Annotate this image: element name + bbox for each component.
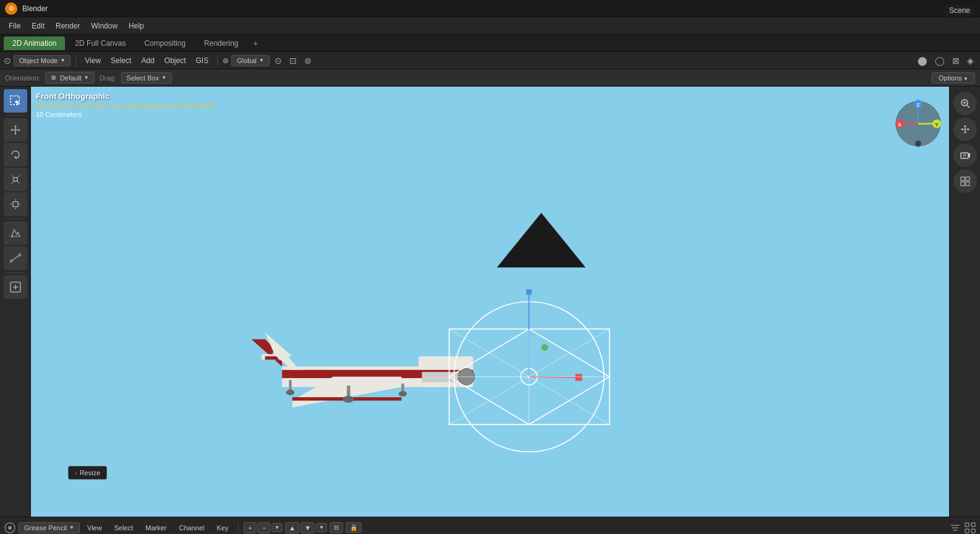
viewport-shade-solid[interactable]: ⬤ <box>915 56 930 66</box>
svg-rect-61 <box>449 329 609 424</box>
lock-btn[interactable]: 🔒 <box>346 522 362 533</box>
svg-point-59 <box>286 390 294 395</box>
svg-rect-54 <box>347 385 351 399</box>
blender-logo: ⊙ <box>5 2 17 15</box>
header-view[interactable]: View <box>81 55 104 66</box>
tab-2d-full-canvas[interactable]: 2D Full Canvas <box>66 37 134 50</box>
snap-icon[interactable]: ⊡ <box>287 56 299 66</box>
gizmo[interactable]: Z Y X <box>893 99 943 149</box>
viewport-pan[interactable] <box>953 118 977 141</box>
svg-line-72 <box>529 377 577 377</box>
status-marker[interactable]: Marker <box>140 522 171 533</box>
menu-bar: File Edit Render Window Help <box>0 17 980 35</box>
svg-point-76 <box>8 526 12 530</box>
tool-annotate[interactable] <box>4 222 27 245</box>
header-add[interactable]: Add <box>137 55 158 66</box>
viewport-overlay: Front Orthographic (0) Collection | sky-… <box>36 92 214 118</box>
tab-2d-animation[interactable]: 2D Animation <box>4 37 65 50</box>
tab-compositing[interactable]: Compositing <box>135 37 194 50</box>
tool-separator-2 <box>6 218 25 219</box>
tool-measure[interactable] <box>4 246 27 270</box>
workspace-tabs: 2D Animation 2D Full Canvas Compositing … <box>0 35 980 52</box>
add-workspace-button[interactable]: + <box>248 37 263 50</box>
svg-rect-43 <box>419 356 473 387</box>
viewport-shade-wire[interactable]: ◯ <box>932 56 947 66</box>
svg-rect-50 <box>292 397 402 401</box>
tool-move[interactable] <box>4 118 27 142</box>
options-button[interactable]: Options <box>932 72 975 84</box>
scale-icon <box>9 173 22 186</box>
svg-rect-68 <box>526 290 532 295</box>
tool-separator-3 <box>6 272 25 273</box>
tool-select-box[interactable] <box>4 89 27 113</box>
svg-line-63 <box>449 329 609 424</box>
timeline-separator <box>238 522 239 533</box>
svg-rect-83 <box>971 529 975 533</box>
header-select[interactable]: Select <box>107 55 135 66</box>
tool-rotate[interactable] <box>4 143 27 166</box>
remove-keyframe-btn[interactable]: − <box>258 522 270 533</box>
viewport-zoom[interactable] <box>953 92 977 115</box>
overlay-toggle[interactable]: ⊠ <box>950 56 962 66</box>
svg-rect-40 <box>961 182 965 186</box>
tool-transform[interactable] <box>4 192 27 216</box>
grease-pencil-dropdown[interactable]: Grease Pencil <box>19 522 80 533</box>
menu-window[interactable]: Window <box>86 20 122 32</box>
status-channel[interactable]: Channel <box>174 522 209 533</box>
svg-rect-52 <box>422 372 462 382</box>
status-view[interactable]: View <box>82 522 107 533</box>
frame-up-btn[interactable]: ▲ <box>285 522 299 533</box>
proportional-icon[interactable]: ⊙ <box>272 56 284 66</box>
main-area: Front Orthographic (0) Collection | sky-… <box>0 87 980 517</box>
settings-icon-right[interactable] <box>964 522 976 534</box>
tool-scale[interactable] <box>4 168 27 191</box>
svg-line-12 <box>11 255 20 261</box>
tool-add-object[interactable] <box>4 275 27 299</box>
transform-dropdown[interactable]: Global <box>231 55 270 66</box>
svg-point-57 <box>399 391 407 397</box>
object-mode-dropdown[interactable]: Object Mode <box>14 55 70 66</box>
collection-info: (0) Collection | sky-blue-color-solid-ba… <box>36 102 214 110</box>
frame-options-dropdown[interactable] <box>316 523 327 532</box>
svg-rect-39 <box>966 177 969 181</box>
menu-file[interactable]: File <box>4 20 25 32</box>
svg-marker-49 <box>292 377 402 408</box>
viewport-grid[interactable] <box>953 170 977 193</box>
keyframe-type-dropdown[interactable] <box>271 523 283 532</box>
menu-render[interactable]: Render <box>51 20 85 32</box>
status-select[interactable]: Select <box>109 522 138 533</box>
drag-dropdown[interactable]: Select Box <box>121 72 173 84</box>
svg-rect-35 <box>961 153 968 158</box>
navigation-gizmo[interactable]: Z Y X <box>893 99 943 149</box>
svg-line-30 <box>967 105 969 108</box>
resize-handle[interactable]: › Resize <box>68 466 107 480</box>
tab-rendering[interactable]: Rendering <box>195 37 247 50</box>
add-keyframe-btn[interactable]: + <box>244 522 256 533</box>
overlay-icon[interactable]: ⊚ <box>302 56 314 66</box>
frame-down-btn[interactable]: ▼ <box>300 522 315 533</box>
scene-name: Scene <box>949 6 970 15</box>
svg-rect-81 <box>971 523 975 527</box>
svg-point-66 <box>521 369 537 385</box>
menu-help[interactable]: Help <box>124 20 149 32</box>
svg-rect-5 <box>14 178 17 181</box>
svg-marker-45 <box>252 339 283 366</box>
menu-edit[interactable]: Edit <box>27 20 49 32</box>
measure-icon <box>9 252 22 264</box>
filter-icon-right[interactable] <box>949 522 961 534</box>
header-object[interactable]: Object <box>161 55 190 66</box>
svg-marker-60 <box>497 213 586 267</box>
svg-rect-82 <box>965 529 969 533</box>
status-bar: Grease Pencil View Select Marker Channel… <box>0 517 980 534</box>
pan-icon <box>960 124 971 135</box>
viewport-camera[interactable] <box>953 144 977 167</box>
svg-rect-80 <box>965 523 969 527</box>
header-gis[interactable]: GIS <box>192 55 213 66</box>
summary-view-btn[interactable]: ⊟ <box>330 522 343 533</box>
viewport-right-controls <box>949 87 980 517</box>
xray-toggle[interactable]: ◈ <box>965 56 976 66</box>
viewport[interactable]: Front Orthographic (0) Collection | sky-… <box>31 87 980 517</box>
svg-point-28 <box>915 140 921 147</box>
orientation-dropdown[interactable]: ⊕ Default <box>45 72 95 84</box>
status-key[interactable]: Key <box>211 522 233 533</box>
